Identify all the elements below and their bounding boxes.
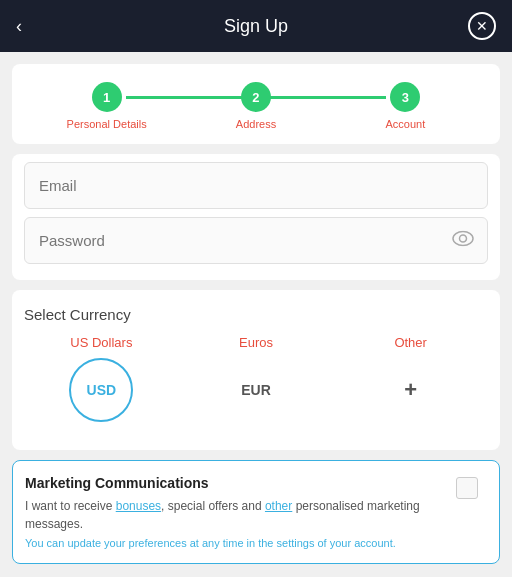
marketing-body: I want to receive bonuses, special offer… [25, 497, 437, 533]
step-personal-details: 1 Personal Details [32, 82, 181, 130]
marketing-checkbox[interactable] [456, 477, 478, 499]
svg-point-0 [453, 231, 473, 245]
step-1-circle: 1 [92, 82, 122, 112]
password-visibility-toggle-icon[interactable] [452, 230, 474, 251]
currency-eur-circle[interactable]: EUR [224, 358, 288, 422]
marketing-checkbox-wrapper [447, 475, 487, 499]
step-3-circle: 3 [390, 82, 420, 112]
marketing-bonuses-link[interactable]: bonuses [116, 499, 161, 513]
marketing-content: Marketing Communications I want to recei… [25, 475, 437, 549]
marketing-link[interactable]: You can update your preferences at any t… [25, 537, 437, 549]
close-button[interactable]: ✕ [468, 12, 496, 40]
currency-other-label: Other [394, 335, 427, 350]
currency-usd-label: US Dollars [70, 335, 132, 350]
email-field[interactable] [24, 162, 488, 209]
header: ‹ Sign Up ✕ [0, 0, 512, 52]
currency-option-usd[interactable]: US Dollars USD [69, 335, 133, 422]
step-2-circle: 2 [241, 82, 271, 112]
step-3-label: Account [385, 118, 425, 130]
currency-other-circle[interactable]: + [379, 358, 443, 422]
back-button[interactable]: ‹ [16, 16, 22, 37]
currency-title: Select Currency [24, 306, 488, 323]
stepper: 1 Personal Details 2 Address 3 Account [32, 82, 480, 130]
currency-option-other[interactable]: Other + [379, 335, 443, 422]
currency-usd-circle[interactable]: USD [69, 358, 133, 422]
currency-card: Select Currency US Dollars USD Euros EUR… [12, 290, 500, 450]
step-2-label: Address [236, 118, 276, 130]
currency-eur-label: Euros [239, 335, 273, 350]
currency-options: US Dollars USD Euros EUR Other + [24, 335, 488, 422]
step-address: 2 Address [181, 82, 330, 130]
marketing-other-link[interactable]: other [265, 499, 292, 513]
password-field[interactable] [24, 217, 488, 264]
step-1-label: Personal Details [67, 118, 147, 130]
stepper-card: 1 Personal Details 2 Address 3 Account [12, 64, 500, 144]
password-wrapper [24, 217, 488, 264]
page-title: Sign Up [224, 16, 288, 37]
step-account: 3 Account [331, 82, 480, 130]
svg-point-1 [460, 235, 467, 242]
currency-option-eur[interactable]: Euros EUR [224, 335, 288, 422]
form-card [12, 154, 500, 280]
marketing-title: Marketing Communications [25, 475, 437, 491]
marketing-card: Marketing Communications I want to recei… [12, 460, 500, 564]
